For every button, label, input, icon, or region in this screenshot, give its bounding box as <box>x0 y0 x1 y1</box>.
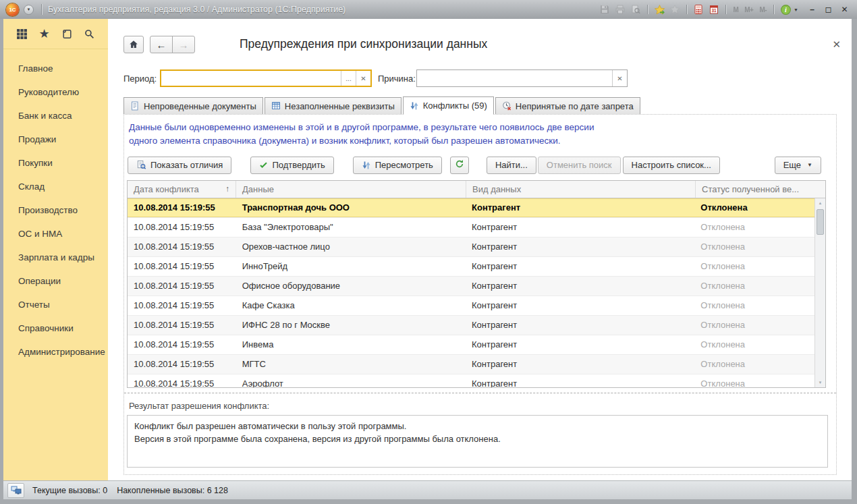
sidebar-item[interactable]: Отчеты <box>3 293 108 316</box>
reason-input[interactable] <box>417 70 612 86</box>
server-calls-icon[interactable] <box>7 483 24 498</box>
sidebar-item[interactable]: Производство <box>3 198 108 222</box>
clock-denied-icon <box>502 101 512 111</box>
table-row[interactable]: 10.08.2014 15:19:55ИнноТрейдКонтрагентОт… <box>128 257 814 277</box>
period-choose-button[interactable]: ... <box>341 71 356 86</box>
scroll-up-icon[interactable]: ▲ <box>815 200 825 206</box>
tab-active[interactable]: Конфликты (59) <box>403 96 494 114</box>
column-header[interactable]: Вид данных <box>466 181 696 198</box>
info-text: Данные были одновременно изменены в этой… <box>129 121 836 148</box>
column-header[interactable]: Статус полученной ве... <box>696 181 825 198</box>
vertical-scrollbar[interactable]: ▲ ▼ <box>814 198 825 387</box>
conflicts-table: Дата конфликта↑ДанныеВид данныхСтатус по… <box>127 180 826 388</box>
close-window-button[interactable]: ✕ <box>837 3 852 16</box>
result-line: Конфликт был разрешен автоматически в по… <box>134 420 821 433</box>
cell-data: Транспортная дочь ООО <box>236 198 466 217</box>
sidebar-menu: ГлавноеРуководителюБанк и кассаПродажиПо… <box>3 49 108 364</box>
column-label: Дата конфликта <box>134 184 199 194</box>
history-icon[interactable] <box>59 26 74 41</box>
cell-data: ИФНС 28 по г Москве <box>236 316 466 335</box>
conflicts-panel: Данные были одновременно изменены в этой… <box>123 114 837 475</box>
sidebar-item[interactable]: ОС и НМА <box>3 222 108 246</box>
svg-text:31: 31 <box>712 8 717 13</box>
table-row[interactable]: 10.08.2014 15:19:55АэрофлотКонтрагентОтк… <box>128 374 814 387</box>
tab-bar: Непроведенные документыНезаполненные рек… <box>123 96 642 114</box>
sidebar-item[interactable]: Зарплата и кадры <box>3 246 108 269</box>
period-field: ... ✕ <box>160 69 372 87</box>
maximize-button[interactable]: ◻ <box>821 3 835 16</box>
menu-grid-icon[interactable] <box>14 26 29 41</box>
scrollbar-thumb[interactable] <box>817 209 824 235</box>
current-calls: Текущие вызовы: 0 <box>32 486 107 495</box>
cell-data: Орехов-частное лицо <box>236 237 466 256</box>
statusbar: Текущие вызовы: 0 Накопленные вызовы: 6 … <box>3 480 852 499</box>
find-button[interactable]: Найти... <box>487 157 536 174</box>
reason-clear-icon[interactable]: ✕ <box>612 70 627 86</box>
reason-field: ✕ <box>416 69 628 87</box>
scroll-down-icon[interactable]: ▼ <box>815 379 825 386</box>
home-button[interactable] <box>123 36 144 53</box>
back-button[interactable]: ← <box>150 36 173 53</box>
table-row[interactable]: 10.08.2014 15:19:55Орехов-частное лицоКо… <box>128 237 814 257</box>
cell-data: Кафе Сказка <box>236 296 466 315</box>
period-clear-icon[interactable]: ✕ <box>356 71 370 86</box>
cell-kind: Контрагент <box>466 198 694 217</box>
table-row[interactable]: 10.08.2014 15:19:55ИнвемаКонтрагентОткло… <box>128 335 814 355</box>
refresh-icon <box>455 159 464 171</box>
tab-item[interactable]: Незаполненные реквизиты <box>265 97 402 114</box>
configure-list-button[interactable]: Настроить список... <box>623 157 720 174</box>
sidebar-item[interactable]: Покупки <box>3 151 108 175</box>
table-row[interactable]: 10.08.2014 15:19:55Транспортная дочь ООО… <box>128 198 814 218</box>
calculator-icon[interactable] <box>692 3 704 16</box>
favorites-star-icon[interactable]: ★ <box>37 26 52 41</box>
sidebar-item[interactable]: Операции <box>3 269 108 293</box>
confirm-button[interactable]: Подтвердить <box>250 157 333 174</box>
cell-date: 10.08.2014 15:19:55 <box>128 374 236 387</box>
cell-status: Отклонена <box>694 296 814 315</box>
main-menu-button[interactable]: ▼ <box>24 5 34 15</box>
sidebar-item[interactable]: Продажи <box>3 128 108 151</box>
info-icon[interactable]: i <box>779 3 792 16</box>
review-button[interactable]: Пересмотреть <box>353 157 442 174</box>
splitter-handle[interactable] <box>124 393 836 393</box>
sidebar-item[interactable]: Руководителю <box>3 80 108 104</box>
tab-item[interactable]: Непринятые по дате запрета <box>495 97 640 114</box>
page-close-icon[interactable]: ✕ <box>832 38 841 51</box>
info-dropdown-icon[interactable]: ▼ <box>794 7 798 12</box>
info-line: одного элемента справочника (документа) … <box>129 134 836 148</box>
search-icon[interactable] <box>82 26 97 41</box>
column-label: Статус полученной ве... <box>702 184 799 194</box>
save-icon <box>599 3 611 16</box>
cell-date: 10.08.2014 15:19:55 <box>128 335 236 354</box>
cell-status: Отклонена <box>694 257 814 276</box>
sidebar-item[interactable]: Справочники <box>3 316 108 340</box>
column-header[interactable]: Дата конфликта↑ <box>128 181 236 198</box>
table-row[interactable]: 10.08.2014 15:19:55Кафе СказкаКонтрагент… <box>128 296 814 316</box>
result-line: Версия в этой программе была сохранена, … <box>134 432 821 446</box>
table-row[interactable]: 10.08.2014 15:19:55Офисное оборудованиеК… <box>128 277 814 296</box>
calendar-icon[interactable]: 31 <box>708 3 720 16</box>
conflict-icon <box>410 101 419 111</box>
svg-text:i: i <box>785 5 787 13</box>
table-row[interactable]: 10.08.2014 15:19:55МГТСКонтрагентОтклоне… <box>128 355 814 374</box>
sidebar-item[interactable]: Главное <box>3 57 108 80</box>
table-row[interactable]: 10.08.2014 15:19:55ИФНС 28 по г МосквеКо… <box>128 316 814 335</box>
refresh-button[interactable] <box>450 157 469 174</box>
cell-kind: Контрагент <box>466 218 694 237</box>
sidebar-item[interactable]: Склад <box>3 175 108 198</box>
cell-date: 10.08.2014 15:19:55 <box>128 296 236 315</box>
document-icon <box>130 101 140 111</box>
table-row[interactable]: 10.08.2014 15:19:55База "Электротовары"К… <box>128 218 814 237</box>
show-differences-button[interactable]: Показать отличия <box>128 157 231 174</box>
period-input[interactable] <box>161 71 341 86</box>
column-header[interactable]: Данные <box>236 181 466 198</box>
column-label: Данные <box>242 184 274 194</box>
add-favorite-icon[interactable] <box>653 3 665 16</box>
titlebar: 1С ▼ Бухгалтерия предприятия, редакция 3… <box>0 0 857 19</box>
more-button[interactable]: Еще▼ <box>775 157 821 174</box>
tab-item[interactable]: Непроведенные документы <box>123 97 263 114</box>
titlebar-separator <box>41 4 42 15</box>
sidebar-item[interactable]: Администрирование <box>3 340 108 364</box>
sidebar-item[interactable]: Банк и касса <box>3 104 108 128</box>
minimize-button[interactable]: – <box>805 3 819 16</box>
